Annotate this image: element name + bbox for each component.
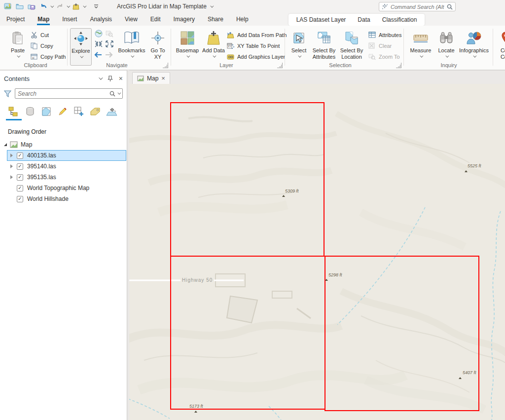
tab-classification[interactable]: Classification [376,14,423,25]
tab-analysis[interactable]: Analysis [83,14,118,25]
undo-icon[interactable] [38,1,48,11]
go-to-xy-button[interactable]: Go To XY [147,28,169,66]
explore-button[interactable]: Explore [70,28,92,66]
layer-checkbox[interactable]: ✓ [17,196,23,202]
map-view-tab[interactable]: Map × [132,72,170,84]
search-options-chevron-icon[interactable] [117,91,121,95]
list-by-data-source-tab[interactable] [24,106,36,117]
add-graphics-layer-button[interactable]: Add Graphics Layer [227,51,285,62]
layer-checkbox[interactable]: ✓ [17,185,23,191]
new-project-icon[interactable] [3,1,13,11]
clear-selection-button[interactable]: Clear [368,40,392,51]
previous-extent-button[interactable] [94,51,103,60]
add-data-quick-icon[interactable] [71,1,81,11]
tab-insert[interactable]: Insert [56,14,83,25]
next-extent-button[interactable] [105,51,113,60]
add-data-button[interactable]: Add Data [202,28,225,66]
basemap-dropdown-icon[interactable] [186,54,190,58]
collapse-icon[interactable] [3,143,8,146]
tab-share[interactable]: Share [201,14,230,25]
measure-dropdown-icon[interactable] [420,54,423,58]
tab-view[interactable]: View [118,14,144,25]
locate-button[interactable]: Locate [436,28,457,66]
layer-label: World Topographic Map [27,185,89,191]
pin-icon[interactable] [108,76,113,82]
basemap-button[interactable]: Basemap [175,28,200,66]
select-dropdown-icon[interactable] [298,54,301,58]
select-by-attributes-button[interactable]: Select By Attributes [311,28,337,66]
infographics-dropdown-icon[interactable] [473,54,476,58]
locate-dropdown-icon[interactable] [445,54,449,58]
las-extent-400135[interactable] [170,102,325,257]
close-tab-icon[interactable]: × [161,75,165,82]
xy-table-to-point-button[interactable]: XY XY Table To Point [227,40,280,51]
bookmarks-button[interactable]: Bookmarks [117,28,146,66]
select-by-location-button[interactable]: Select By Location [339,28,364,66]
add-data-from-path-button[interactable]: Add Data From Path [227,30,287,40]
measure-button[interactable]: Measure [407,28,434,66]
redo-icon[interactable] [55,1,65,11]
fixed-zoom-in-button[interactable] [95,40,103,49]
tree-item-las-395135[interactable]: ✓ 395135.las [7,172,127,183]
customize-toolbar-icon[interactable] [91,1,101,11]
save-project-icon[interactable] [27,1,36,11]
contents-search-box[interactable] [15,88,123,99]
coordinate-conversion-button[interactable]: CooCon [496,28,505,66]
tree-item-las-395140[interactable]: ✓ 395140.las [7,161,127,172]
zoom-to-selection-button[interactable] [106,30,113,39]
tab-las-dataset-layer[interactable]: LAS Dataset Layer [290,14,352,25]
redo-dropdown-icon[interactable] [67,4,70,7]
fixed-zoom-out-button[interactable] [106,40,113,49]
list-by-perspective-tab[interactable] [106,106,117,117]
tab-imagery[interactable]: Imagery [167,14,201,25]
layer-dialog-launcher-icon[interactable] [277,63,283,68]
attributes-button[interactable]: Attributes [368,30,401,40]
las-extent-395140[interactable] [325,256,479,411]
bookmarks-dropdown-icon[interactable] [131,54,134,58]
full-extent-button[interactable] [95,30,103,39]
paste-button[interactable]: Paste [7,28,29,66]
layer-checkbox[interactable]: ✓ [17,174,23,181]
tab-project[interactable]: Project [0,14,31,25]
map-canvas[interactable]: 5309 ft 5525 ft 5298 ft 5407 ft 5173 ft … [129,84,505,420]
tab-help[interactable]: Help [230,14,255,25]
navigate-dialog-launcher-icon[interactable] [163,63,168,68]
add-data-dropdown-icon[interactable] [213,54,216,58]
filter-icon[interactable] [4,90,11,97]
layer-checkbox[interactable]: ✓ [17,153,23,159]
pane-close-icon[interactable]: × [119,75,123,82]
command-search[interactable] [379,2,456,11]
expand-icon[interactable] [9,175,14,179]
tab-map[interactable]: Map [31,14,56,25]
add-data-dropdown-icon[interactable] [83,4,86,7]
open-project-icon[interactable] [15,1,25,11]
explore-dropdown-icon[interactable] [80,55,83,58]
pane-menu-chevron-icon[interactable] [99,76,103,79]
command-search-input[interactable] [391,4,444,10]
list-by-labeling-tab[interactable] [89,106,101,117]
expand-icon[interactable] [9,164,14,168]
copy-path-button[interactable]: w: Copy Path [31,51,66,62]
tree-item-las-400135[interactable]: ✓ 400135.las [7,150,126,161]
zoom-to-button[interactable]: Zoom To [368,51,400,62]
list-by-snapping-tab[interactable] [73,106,85,117]
infographics-button[interactable]: Infographics [458,28,490,66]
select-button[interactable]: Select [289,28,309,66]
tab-data[interactable]: Data [352,14,376,25]
layer-checkbox[interactable]: ✓ [17,163,23,170]
list-by-editing-tab[interactable] [57,106,69,117]
contents-search-input[interactable] [18,90,108,97]
paste-dropdown-icon[interactable] [17,54,20,58]
list-by-drawing-order-tab[interactable] [8,106,20,117]
app-title-dropdown-icon[interactable] [210,4,214,7]
tree-item-world-hillshade[interactable]: ✓ World Hillshade [7,193,127,204]
undo-dropdown-icon[interactable] [50,4,54,7]
tab-edit[interactable]: Edit [144,14,167,25]
tree-item-map[interactable]: Map [0,139,127,150]
copy-button[interactable]: Copy [31,40,53,51]
cut-button[interactable]: Cut [31,30,49,40]
tree-item-world-topographic-map[interactable]: ✓ World Topographic Map [7,183,127,193]
expand-icon[interactable] [9,153,14,157]
list-by-selection-tab[interactable] [40,106,52,117]
selection-dialog-launcher-icon[interactable] [396,63,401,68]
